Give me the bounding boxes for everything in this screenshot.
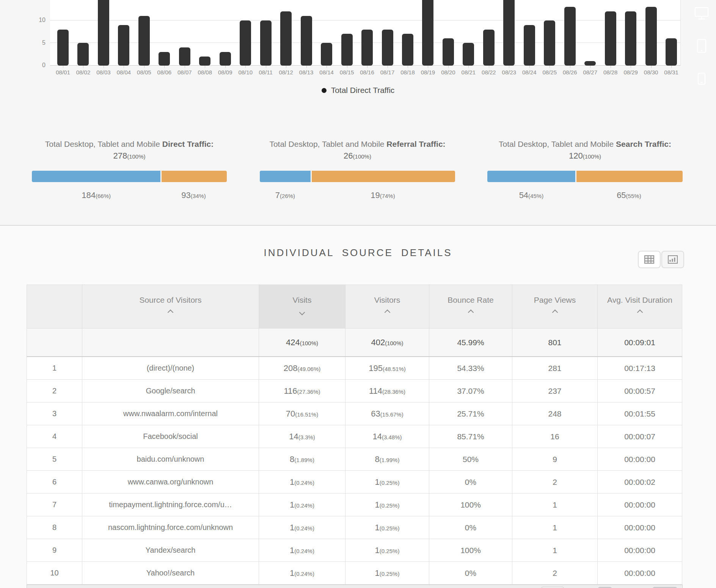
- y-axis-label: 10: [27, 17, 46, 24]
- mobile-filter-button[interactable]: [691, 68, 712, 89]
- visits-value: 1: [290, 546, 294, 555]
- traffic-summary-card: Total Desktop, Tablet and Mobile Referra…: [260, 110, 455, 225]
- visits-percent: (16.51%): [295, 411, 318, 418]
- desktop-filter-button[interactable]: [691, 3, 712, 24]
- table-view-button[interactable]: [638, 251, 661, 268]
- chart-bar: [321, 43, 332, 66]
- cell-bounce-rate: 25.71%: [429, 402, 512, 425]
- legend-label: Total Direct Traffic: [331, 86, 395, 95]
- summary-title: Total Desktop, Tablet and Mobile Direct …: [32, 140, 227, 149]
- visits-percent: (0.24%): [294, 480, 314, 486]
- x-axis-tick: [164, 66, 165, 68]
- chart-bar: [605, 11, 616, 66]
- total-visits-value: 424: [286, 338, 300, 347]
- visits-value: 1: [290, 500, 294, 509]
- pagination-bar: [27, 585, 683, 588]
- visitors-percent: (28.36%): [382, 388, 405, 395]
- sort-asc-icon: [552, 310, 558, 316]
- chart-bar: [260, 20, 272, 66]
- cell-total-bounce-rate: 45.99%: [429, 329, 512, 357]
- cell-bounce-rate: 0%: [429, 471, 512, 494]
- y-axis-label: 0: [27, 62, 46, 69]
- cell-page-views: 16: [512, 425, 598, 448]
- x-axis-tick: [651, 66, 652, 68]
- summary-right-label: 65(55%): [575, 190, 683, 200]
- visits-value: 116: [284, 386, 297, 396]
- x-axis-tick: [550, 66, 550, 68]
- tablet-filter-button[interactable]: [691, 35, 712, 57]
- cell-rank: 5: [27, 448, 82, 471]
- summary-title-bold: Direct Traffic:: [162, 140, 214, 148]
- cell-rank: 2: [27, 380, 82, 402]
- summary-right-percent: (34%): [191, 193, 206, 199]
- cell-total-visitors: 402(100%): [345, 329, 429, 357]
- column-header-page-views[interactable]: Page Views: [512, 285, 598, 329]
- summary-left-label: 184(66%): [32, 190, 160, 200]
- cell-visits: 8(1.89%): [259, 448, 345, 471]
- x-axis-tick: [225, 66, 226, 68]
- chart-view-button[interactable]: [661, 251, 684, 268]
- summary-bar-left-segment: [32, 171, 160, 182]
- column-header-visits[interactable]: Visits: [259, 285, 345, 329]
- cell-page-views: 9: [512, 448, 598, 471]
- x-axis-tick: [205, 66, 205, 68]
- table-row: 1(direct)/(none)208(49.06%)195(48.51%)54…: [27, 357, 682, 380]
- summary-right-label: 93(34%): [160, 190, 227, 200]
- visits-value: 208: [284, 363, 298, 373]
- x-axis-tick: [631, 66, 631, 68]
- visits-percent: (0.24%): [294, 525, 314, 531]
- summary-right-value: 65: [617, 190, 626, 200]
- cell-bounce-rate: 50%: [429, 448, 512, 471]
- column-header-source-of-visitors[interactable]: Source of Visitors: [82, 285, 259, 329]
- chart-bar: [138, 16, 150, 66]
- column-header-visitors[interactable]: Visitors: [345, 285, 429, 329]
- bar-chart-icon: [668, 255, 678, 264]
- cell-visitors: 1(0.25%): [345, 562, 429, 585]
- summary-total-value: 26: [344, 151, 353, 160]
- summary-title-text: Total Desktop, Tablet and Mobile: [499, 140, 616, 148]
- summary-left-label: 54(45%): [487, 190, 575, 200]
- x-axis-tick: [327, 66, 327, 68]
- x-axis-tick: [509, 66, 509, 68]
- visitors-value: 1: [375, 477, 380, 487]
- summary-bar-left-segment: [260, 171, 311, 182]
- visits-value: 8: [290, 454, 294, 464]
- x-axis-tick: [124, 66, 124, 68]
- summary-bar-labels: 184(66%)93(34%): [32, 190, 227, 200]
- summary-right-percent: (74%): [380, 193, 395, 199]
- sort-asc-icon: [384, 310, 390, 316]
- column-header-label: Source of Visitors: [82, 295, 259, 305]
- cell-rank: 10: [27, 562, 82, 585]
- summary-total: 26(100%): [260, 151, 455, 161]
- visitors-value: 14: [372, 432, 382, 441]
- visitors-value: 1: [375, 568, 380, 578]
- visits-value: 1: [290, 477, 294, 487]
- table-row: 10Yahoo!/search1(0.24%)1(0.25%)0%200:00:…: [27, 562, 682, 585]
- visitors-value: 1: [375, 523, 380, 532]
- cell-page-views: 1: [512, 539, 598, 562]
- visitors-percent: (3.48%): [382, 434, 402, 440]
- visits-percent: (1.89%): [294, 457, 314, 463]
- chart-bar: [179, 47, 190, 66]
- cell-source: Yahoo!/search: [82, 562, 259, 585]
- sort-desc-icon: [299, 310, 305, 316]
- chart-bar: [564, 7, 576, 66]
- cell-visitors: 1(0.25%): [345, 539, 429, 562]
- visitors-percent: (0.25%): [380, 525, 400, 531]
- x-axis-tick: [367, 66, 367, 68]
- chart-bar: [666, 38, 677, 66]
- cell-avg-visit-duration: 00:00:00: [598, 494, 682, 516]
- visits-percent: (3.3%): [298, 434, 315, 440]
- column-header-bounce-rate[interactable]: Bounce Rate: [429, 285, 512, 329]
- visits-percent: (27.36%): [297, 388, 320, 395]
- column-header-avg-visit-duration[interactable]: Avg. Visit Duration: [598, 285, 682, 329]
- cell-avg-visit-duration: 00:00:00: [598, 539, 682, 562]
- summary-bar-labels: 7(26%)19(74%): [260, 190, 455, 200]
- x-axis-tick: [144, 66, 144, 68]
- cell-source: timepayment.lightning.force.com/u…: [82, 494, 259, 516]
- x-axis-tick: [266, 66, 266, 68]
- cell-visitors: 8(1.99%): [345, 448, 429, 471]
- summary-right-value: 19: [371, 190, 380, 200]
- chart-bar: [402, 34, 413, 66]
- chart-bar: [220, 52, 231, 66]
